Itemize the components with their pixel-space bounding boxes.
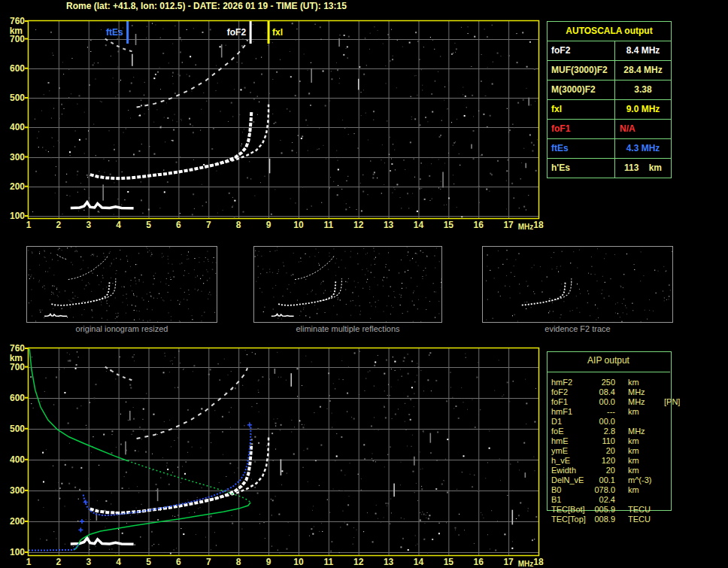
aip-value: 120: [590, 456, 615, 466]
x-tick-9: 9: [266, 557, 271, 567]
y-tick-100: 100: [10, 211, 25, 221]
autoscala-row-h'Es: h'Es113 km: [548, 158, 671, 178]
x-tick-9: 9: [266, 220, 271, 230]
aip-table-title: AIP output: [547, 355, 670, 366]
thumbnail-evidence-f2-trace: [482, 246, 673, 323]
autoscala-row-fxl: fxl9.0 MHz: [548, 99, 671, 119]
autoscala-window: Rome (lat: +41.8, lon: 012.5) - DATE: 20…: [0, 0, 728, 568]
aip-unit: TECU: [628, 515, 664, 524]
aip-param: hmE: [551, 436, 590, 446]
y-tick-400: 400: [10, 122, 25, 132]
y-tick-400: 400: [10, 454, 25, 465]
aip-note: [664, 407, 694, 417]
noise-dots: [32, 23, 538, 217]
autoscala-row-foF1: foF1N/A: [548, 119, 671, 138]
aip-note: [664, 378, 694, 387]
autoscala-param: M(3000)F2: [548, 80, 615, 99]
x-tick-7: 7: [206, 557, 211, 567]
aip-row-D1: D100.0: [551, 417, 724, 427]
aip-value: ---: [590, 407, 615, 417]
x-tick-15: 15: [444, 220, 454, 230]
x-tick-12: 12: [353, 557, 364, 567]
aip-row-foE: foE2.8MHz: [551, 427, 724, 436]
thumbnail-caption-original: original ionogram resized: [26, 324, 217, 335]
autoscala-row-foF2: foF28.4 MHz: [548, 41, 671, 60]
aip-table-rows: hmF2250kmfoF208.4MHzfoF100.0MHz[PN]hmF1-…: [551, 378, 724, 524]
autoscala-param: h'Es: [548, 159, 615, 178]
aip-row-TEC[Bot]: TEC[Bot]005.9TECU: [551, 505, 724, 515]
ionogram-top-plot: ftEsfoF2fxl760700600500400300200100km123…: [0, 15, 549, 241]
aip-param: ymE: [551, 446, 590, 456]
x-axis-unit: MHz: [518, 560, 534, 568]
aip-param: B0: [551, 485, 590, 495]
aip-note: [664, 436, 694, 446]
y-tick-500: 500: [10, 424, 25, 434]
aip-profile-topside: [29, 349, 127, 461]
aip-row-TEC[Top]: TEC[Top]008.9TECU: [551, 515, 724, 524]
x-tick-14: 14: [414, 557, 424, 567]
x-tick-4: 4: [116, 557, 121, 567]
foF2-label: foF2: [227, 27, 247, 38]
x-tick-18: 18: [533, 220, 544, 230]
aip-row-ymE: ymE20km: [551, 446, 724, 456]
f2-extraordinary-trace-mini: [93, 278, 116, 301]
y-tick-200: 200: [10, 181, 25, 192]
autoscala-output-table: AUTOSCALA output foF28.4 MHzMUF(3000)F22…: [547, 21, 672, 178]
x-axis-unit: MHz: [518, 223, 534, 231]
autoscala-value: 9.0 MHz: [615, 100, 671, 119]
aip-value: 08.4: [590, 387, 615, 397]
aip-row-B0: B0078.0km: [551, 485, 724, 495]
x-tick-7: 7: [206, 220, 211, 230]
second-hop-fragment-mini: [57, 255, 67, 260]
x-tick-16: 16: [474, 220, 484, 230]
aip-row-DelN_vE: DelN_vE00.1m^(-3): [551, 475, 724, 485]
aip-value: 20: [590, 466, 615, 475]
aip-param: foF2: [551, 387, 590, 397]
aip-unit: km: [628, 378, 664, 387]
aip-unit: m^(-3): [628, 475, 664, 485]
aip-unit: km: [628, 446, 664, 456]
y-tick-300: 300: [10, 152, 25, 163]
aip-param: h_vE: [551, 456, 590, 466]
aip-row-foF1: foF100.0MHz[PN]: [551, 397, 724, 407]
aip-row-B1: B102.4: [551, 495, 724, 505]
y-tick-760: 760: [10, 343, 25, 354]
f2-extraordinary-trace-mini: [320, 278, 342, 301]
autoscala-value: N/A: [615, 120, 671, 138]
es-layer-trace-mini: [44, 314, 67, 316]
y-tick-100: 100: [10, 547, 25, 557]
ionogram-bottom-plot-with-profile: 760700600500400300200100km12345678910111…: [0, 342, 549, 568]
aip-unit: km: [628, 456, 664, 466]
x-tick-6: 6: [176, 557, 181, 567]
plot-border: [29, 21, 539, 219]
axis-ticks: [25, 21, 28, 216]
marker-ftEs: ftEs: [106, 21, 128, 44]
x-tick-2: 2: [56, 557, 62, 567]
autoscala-param: ftEs: [548, 139, 615, 158]
thumbnail-noise: [255, 247, 442, 322]
aip-note: [664, 495, 694, 505]
aip-value: 02.4: [590, 495, 615, 505]
aip-profile-dotted: [128, 461, 251, 503]
aip-param: TEC[Bot]: [551, 505, 590, 515]
x-tick-10: 10: [293, 557, 304, 567]
x-tick-5: 5: [146, 557, 151, 567]
autoscala-row-MUF(3000)F2: MUF(3000)F228.4 MHz: [548, 60, 671, 80]
f2-ordinary-trace-mini: [51, 281, 109, 305]
autoscala-value: 113 km: [615, 159, 671, 178]
aip-row-h_vE: h_vE120km: [551, 456, 724, 466]
axis-ticks: [25, 348, 28, 552]
aip-row-foF2: foF208.4MHz: [551, 387, 724, 397]
aip-value: 00.1: [590, 475, 615, 485]
thumbnail-noise: [28, 247, 217, 323]
aip-unit: km: [628, 485, 664, 495]
autoscala-value: 28.4 MHz: [615, 61, 671, 80]
aip-unit: MHz: [628, 387, 664, 397]
aip-unit: km: [628, 466, 664, 475]
ftEs-label: ftEs: [106, 27, 123, 38]
second-hop-trace-mini: [68, 255, 108, 280]
autoscala-value: 8.4 MHz: [615, 41, 671, 60]
aip-value: 00.0: [590, 397, 615, 407]
x-tick-17: 17: [503, 557, 514, 567]
aip-note: [664, 485, 694, 495]
